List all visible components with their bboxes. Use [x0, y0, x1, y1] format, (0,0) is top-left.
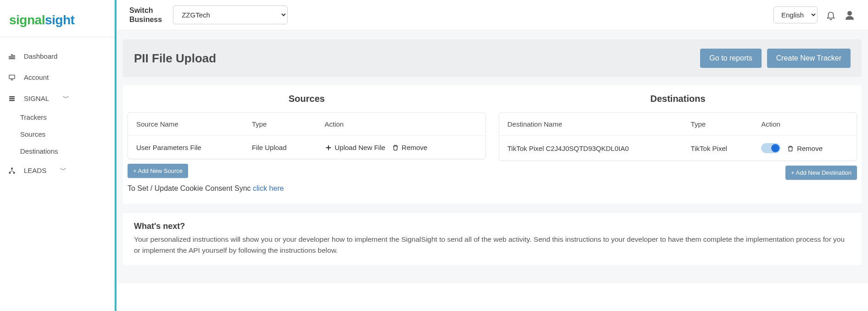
page-title: PII File Upload [134, 51, 216, 66]
svg-rect-2 [13, 56, 15, 59]
destinations-card: Destination Name Type Action TikTok Pixe… [499, 112, 857, 161]
upload-new-file-link[interactable]: Upload New File [325, 143, 385, 151]
header-actions: Go to reports Create New Tracker [700, 49, 851, 68]
sidebar-sub-destinations[interactable]: Destinations [0, 143, 114, 160]
add-source-button[interactable]: + Add New Source [128, 164, 188, 178]
consent-line: To Set / Update Cookie Consent Sync clic… [128, 184, 486, 193]
whats-next-body: Your personalized instructions will show… [134, 234, 851, 256]
sources-table: Source Name Type Action User Parameters … [128, 113, 485, 159]
content: PII File Upload Go to reports Create New… [117, 30, 868, 283]
whats-next: What's next? Your personalized instructi… [123, 212, 862, 265]
business-select[interactable]: ZZGTech [173, 6, 288, 24]
source-name: User Parameters File [128, 136, 244, 159]
remove-label: Remove [797, 144, 823, 152]
svg-rect-0 [9, 56, 11, 59]
nodes-icon [8, 166, 18, 174]
remove-destination-link[interactable]: Remove [787, 144, 823, 152]
sidebar-item-label: SIGNAL [24, 94, 49, 102]
destinations-panel: Destinations Destination Name Type Actio… [499, 94, 857, 193]
destination-toggle[interactable] [761, 143, 780, 153]
trash-icon [392, 143, 399, 151]
svg-rect-5 [9, 98, 15, 99]
logo: signalsight [0, 0, 114, 37]
create-tracker-button[interactable]: Create New Tracker [767, 49, 851, 68]
sidebar-item-leads[interactable]: LEADS ﹀ [0, 160, 114, 181]
switch-business-label-line2: Business [129, 15, 162, 24]
whats-next-heading: What's next? [134, 222, 851, 231]
sidebar-item-signal[interactable]: SIGNAL ﹀ [0, 88, 114, 109]
sidebar-item-label: LEADS [24, 167, 46, 174]
language-select[interactable]: English [773, 6, 818, 23]
destination-type: TikTok Pixel [683, 136, 753, 161]
sidebar-sub-label: Destinations [20, 147, 58, 155]
consent-link[interactable]: click here [253, 184, 284, 192]
remove-label: Remove [402, 144, 428, 151]
consent-text: To Set / Update Cookie Consent Sync [128, 184, 253, 192]
topbar: Switch Business ZZGTech English [117, 0, 868, 30]
svg-rect-3 [9, 75, 15, 78]
svg-point-10 [847, 11, 852, 16]
user-icon[interactable] [844, 9, 855, 21]
chevron-down-icon: ﹀ [60, 166, 67, 174]
main: Switch Business ZZGTech English PII File… [115, 0, 868, 311]
sidebar-item-label: Account [24, 73, 49, 81]
remove-source-link[interactable]: Remove [392, 143, 428, 151]
sidebar-item-label: Dashboard [24, 52, 57, 60]
destinations-header-action: Action [753, 113, 857, 136]
switch-business-label: Switch Business [129, 6, 162, 24]
destinations-header-name: Destination Name [499, 113, 683, 136]
destinations-header-type: Type [683, 113, 753, 136]
logo-text-a: signal [9, 13, 45, 27]
page-header: PII File Upload Go to reports Create New… [123, 39, 862, 77]
panels: Sources Source Name Type Action [123, 85, 862, 204]
trash-icon [787, 144, 794, 152]
chevron-down-icon: ﹀ [63, 94, 69, 102]
plus-icon [325, 143, 332, 151]
bell-icon[interactable] [826, 10, 836, 21]
add-destination-button[interactable]: + Add New Destination [785, 166, 857, 180]
monitor-icon [8, 73, 18, 81]
table-row: TikTok Pixel C2J4J0SQTD93QKDL0IA0 TikTok… [499, 136, 857, 161]
sources-header-type: Type [244, 113, 317, 136]
sources-header-name: Source Name [128, 113, 244, 136]
switch-business-label-line1: Switch [129, 6, 162, 15]
sources-header-action: Action [317, 113, 485, 136]
table-row: User Parameters File File Upload U [128, 136, 485, 159]
svg-rect-1 [11, 55, 13, 59]
bar-chart-icon [8, 52, 18, 60]
sidebar-item-account[interactable]: Account [0, 67, 114, 88]
destination-name: TikTok Pixel C2J4J0SQTD93QKDL0IA0 [499, 136, 683, 161]
upload-label: Upload New File [335, 144, 385, 151]
sidebar-sub-sources[interactable]: Sources [0, 126, 114, 143]
destination-actions: Remove [761, 143, 848, 153]
sidebar: signalsight Dashboard Account SIGNAL ﹀ T… [0, 0, 115, 311]
sources-card: Source Name Type Action User Parameters … [128, 112, 486, 159]
source-type: File Upload [244, 136, 317, 159]
go-to-reports-button[interactable]: Go to reports [700, 49, 761, 68]
database-icon [8, 94, 18, 102]
logo-text-b: sight [45, 13, 74, 27]
destinations-table: Destination Name Type Action TikTok Pixe… [499, 113, 857, 161]
sources-title: Sources [128, 94, 486, 104]
topbar-right: English [773, 6, 855, 23]
sidebar-sub-label: Trackers [20, 113, 47, 121]
sidebar-nav: Dashboard Account SIGNAL ﹀ Trackers Sour… [0, 37, 114, 189]
sources-panel: Sources Source Name Type Action [128, 94, 486, 193]
sidebar-item-dashboard[interactable]: Dashboard [0, 45, 114, 67]
sidebar-sub-label: Sources [20, 130, 45, 138]
destinations-title: Destinations [499, 94, 857, 104]
source-actions: Upload New File Remove [325, 143, 477, 151]
svg-rect-4 [9, 96, 15, 97]
svg-point-7 [11, 167, 13, 169]
sidebar-sub-trackers[interactable]: Trackers [0, 109, 114, 126]
svg-rect-6 [9, 100, 15, 101]
